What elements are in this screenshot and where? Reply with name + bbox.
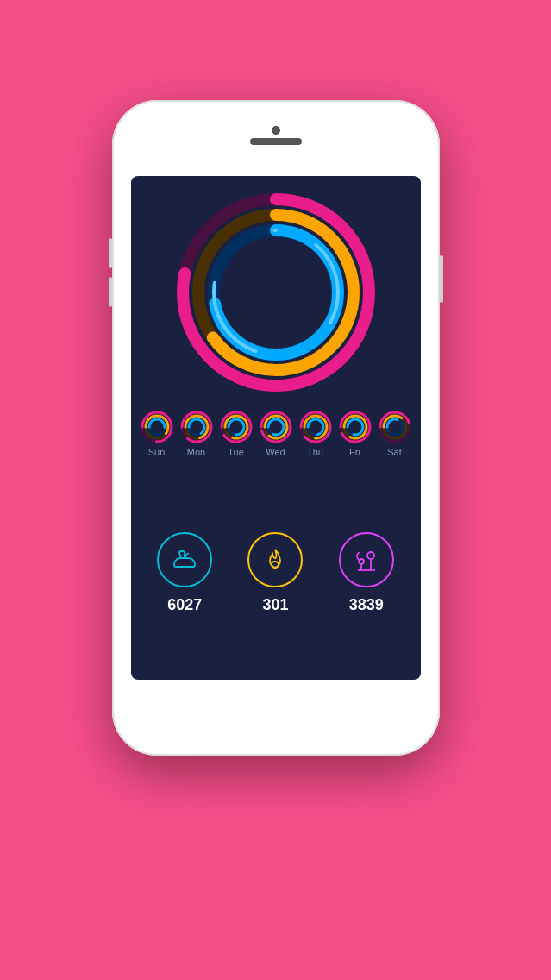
day-label-wed: Wed [266, 447, 285, 457]
stat-icon-calories [247, 532, 303, 587]
phone-body: Sun Mon [112, 100, 440, 756]
day-item-fri: Fri [339, 411, 372, 457]
day-item-mon: Mon [180, 411, 213, 457]
day-ring-tue [220, 411, 253, 443]
stats-row: 6027 301 3839 [131, 461, 421, 680]
day-item-wed: Wed [260, 411, 292, 457]
day-label-sun: Sun [148, 447, 166, 457]
day-item-sat: Sat [379, 411, 411, 457]
day-ring-thu [299, 411, 332, 443]
day-item-sun: Sun [141, 411, 173, 457]
stat-item-distance: 3839 [339, 532, 394, 614]
main-ring-section [131, 176, 421, 400]
volume-up-button [109, 238, 112, 268]
svg-point-49 [367, 552, 374, 559]
stat-item-steps: 6027 [157, 532, 212, 614]
stat-icon-distance [339, 532, 394, 587]
main-ring-svg [177, 193, 375, 392]
stat-value-calories: 301 [262, 596, 288, 614]
day-label-fri: Fri [349, 447, 360, 457]
phone-screen: Sun Mon [131, 176, 421, 680]
phone-top-bar [250, 126, 302, 145]
day-label-mon: Mon [187, 447, 205, 457]
stat-icon-steps [157, 532, 212, 587]
volume-down-button [109, 277, 112, 307]
day-label-tue: Tue [228, 447, 244, 457]
day-ring-fri [339, 411, 372, 443]
day-ring-sat [379, 411, 411, 443]
day-label-sat: Sat [387, 447, 402, 457]
power-button [440, 255, 443, 303]
camera [272, 126, 280, 135]
day-ring-sun [141, 411, 173, 443]
phone-frame: Sun Mon [112, 100, 440, 756]
day-item-thu: Thu [299, 411, 332, 457]
day-ring-wed [260, 411, 292, 443]
main-ring [177, 193, 375, 392]
svg-point-50 [359, 559, 364, 564]
speaker [250, 138, 302, 145]
stat-value-steps: 6027 [167, 596, 202, 614]
stat-value-distance: 3839 [349, 596, 384, 614]
day-item-tue: Tue [220, 411, 253, 457]
stat-item-calories: 301 [247, 532, 303, 614]
day-ring-mon [180, 411, 213, 443]
weekly-row: Sun Mon [132, 400, 420, 461]
day-label-thu: Thu [307, 447, 323, 457]
